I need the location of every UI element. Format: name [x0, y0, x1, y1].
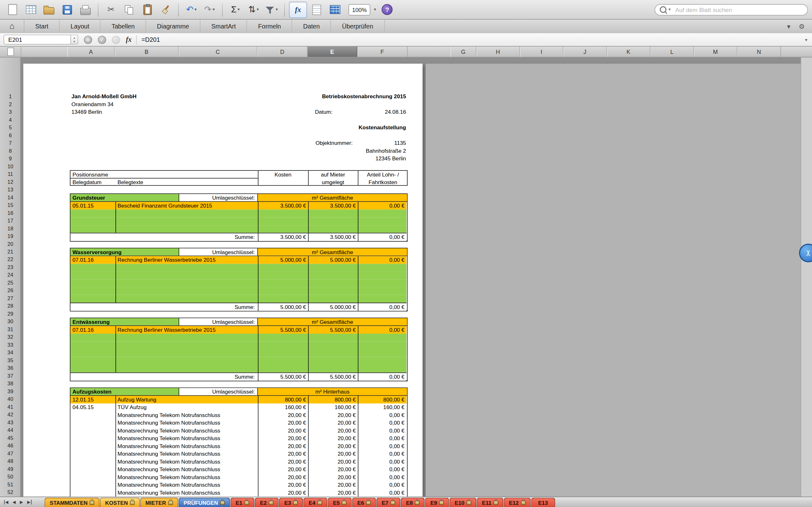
cell-belegtext[interactable] [115, 287, 258, 295]
summe-umgelegt-cell[interactable]: 5.500,00 € [308, 373, 358, 381]
cell-belegdatum[interactable] [70, 473, 115, 481]
row-header-35[interactable]: 35 [0, 356, 20, 364]
cell-company-name[interactable]: Jan Arnold-Moßell GmbH [71, 93, 136, 100]
row-header-47[interactable]: 47 [0, 450, 20, 457]
cell-belegtext[interactable] [115, 342, 258, 349]
cell-belegdatum[interactable] [70, 427, 115, 435]
row-header-6[interactable]: 6 [0, 131, 20, 139]
insert-function-button[interactable] [112, 36, 120, 44]
help-button[interactable]: ? [379, 2, 396, 17]
cell-belegtext[interactable]: Monatsrechnung Telekom Notrufanschluss [115, 442, 258, 450]
summe-anteil-cell[interactable]: 0,00 € [358, 373, 406, 381]
cell-anteil[interactable] [358, 342, 406, 349]
cell-object-label[interactable]: Objektnummer: [316, 139, 353, 147]
cell-kosten[interactable] [258, 295, 308, 302]
cell-anteil[interactable]: 0,00 € [358, 473, 406, 481]
new-workbook-button[interactable] [4, 2, 21, 17]
summe-kosten-cell[interactable]: 5.000,00 € [258, 303, 308, 311]
cell-belegdatum[interactable] [70, 411, 115, 419]
stammdaten[interactable]: STAMMDATEN [44, 498, 99, 507]
cell-umgelegt[interactable]: 20,00 € [308, 465, 358, 473]
cell-belegtext[interactable] [115, 225, 258, 233]
mieter[interactable]: MIETER [140, 498, 178, 507]
row-header-44[interactable]: 44 [0, 426, 20, 434]
row-header-1[interactable]: 1 [0, 93, 20, 100]
cell-object-street[interactable]: Bahnhofstraße 2 [366, 147, 406, 155]
cell-anteil[interactable] [358, 334, 406, 341]
row-header-26[interactable]: 26 [0, 286, 20, 294]
cell-date-label[interactable]: Datum: [315, 108, 333, 116]
cell-umgelegt[interactable]: 20,00 € [308, 450, 358, 458]
row-header-29[interactable]: 29 [0, 310, 20, 318]
e3[interactable]: E3 [279, 498, 303, 507]
row-header-5[interactable]: 5 [0, 124, 20, 131]
column-header-L[interactable]: L [651, 47, 694, 57]
cell-kosten[interactable]: 5.000,00 € [258, 256, 308, 264]
collapse-ribbon-icon[interactable]: ▾ [787, 22, 791, 30]
row-header-42[interactable]: 42 [0, 411, 20, 418]
cell-object-number[interactable]: 1135 [394, 139, 406, 147]
cell-anteil[interactable]: 0,00 € [358, 435, 406, 442]
cell-belegtext[interactable]: TÜV Aufzug [115, 403, 258, 411]
cell-kosten[interactable]: 20,00 € [258, 450, 308, 458]
cell-kosten[interactable] [258, 279, 308, 287]
cut-button[interactable]: ✂ [102, 2, 119, 17]
cell-belegtext[interactable] [115, 279, 258, 287]
row-header-20[interactable]: 20 [0, 240, 20, 248]
section-name-cell[interactable]: Grundsteuer [70, 194, 179, 201]
row-header-33[interactable]: 33 [0, 341, 20, 349]
cell-kosten[interactable]: 20,00 € [258, 442, 308, 450]
fx-label[interactable]: fx [126, 36, 132, 44]
cell-anteil[interactable]: 160,00 € [358, 403, 406, 411]
cell-belegtext[interactable] [115, 272, 258, 279]
row-header-36[interactable]: 36 [0, 364, 20, 372]
summe-label-cell[interactable]: Summe: [70, 233, 258, 241]
row-header-23[interactable]: 23 [0, 263, 20, 271]
header-belegtexte[interactable]: Belegtexte [118, 178, 143, 186]
header-kosten[interactable]: Kosten [258, 171, 308, 178]
cell-kosten[interactable]: 800,00 € [258, 396, 308, 403]
copy-button[interactable] [120, 2, 138, 17]
cell-belegtext[interactable]: Monatsrechnung Telekom Notrufanschluss [115, 411, 258, 419]
cell-company-street[interactable]: Oraniendamm 34 [71, 101, 113, 108]
cell-anteil[interactable] [358, 349, 406, 357]
cell-umgelegt[interactable]: 20,00 € [308, 419, 358, 427]
name-box[interactable]: E201 [3, 35, 71, 44]
row-header-30[interactable]: 30 [0, 318, 20, 325]
row-header-28[interactable]: 28 [0, 302, 20, 309]
cell-kosten[interactable] [258, 357, 308, 365]
cell-umgelegt[interactable] [308, 225, 358, 233]
cell-anteil[interactable]: 0,00 € [358, 326, 406, 334]
cell-subtitle[interactable]: Kostenaufstellung [358, 124, 406, 131]
umlage-label-cell[interactable]: Umlageschlüssel: [179, 194, 258, 201]
ribbon-tab-smartart[interactable]: SmartArt [200, 20, 247, 33]
cell-belegdatum[interactable] [70, 489, 115, 497]
print-button[interactable] [77, 2, 94, 17]
column-header-G[interactable]: G [450, 47, 476, 57]
cell-anteil[interactable]: 800,00 € [358, 396, 406, 403]
template-gallery-button[interactable] [22, 2, 39, 17]
cell-kosten[interactable]: 3.500,00 € [258, 202, 308, 210]
row-header-19[interactable]: 19 [0, 232, 20, 240]
umlage-key-cell[interactable]: m² Gesamtfläche [258, 194, 407, 201]
cell-umgelegt[interactable]: 5.500,00 € [308, 326, 358, 334]
cell-umgelegt[interactable] [308, 349, 358, 357]
e2[interactable]: E2 [255, 498, 278, 507]
row-header-39[interactable]: 39 [0, 388, 20, 395]
search-box[interactable]: ▾ [655, 4, 808, 15]
row-header-27[interactable]: 27 [0, 294, 20, 302]
cell-doc-title[interactable]: Betriebskostenabrechnung 2015 [322, 93, 406, 100]
summe-umgelegt-cell[interactable]: 5.000,00 € [308, 303, 358, 311]
cell-umgelegt[interactable]: 20,00 € [308, 427, 358, 435]
cell-belegtext[interactable] [115, 217, 258, 225]
ribbon-tab-start[interactable]: Start [24, 20, 60, 33]
cell-umgelegt[interactable] [308, 295, 358, 302]
cell-belegdatum[interactable] [70, 342, 115, 349]
search-scope-dropdown-icon[interactable]: ▾ [669, 7, 671, 12]
cell-kosten[interactable]: 20,00 € [258, 419, 308, 427]
cell-belegtext[interactable]: Rechnung Berliner Wasserbetriebe 2015 [115, 256, 258, 264]
open-button[interactable] [40, 2, 57, 17]
cell-kosten[interactable] [258, 272, 308, 279]
e10[interactable]: E10 [450, 498, 476, 507]
column-header-K[interactable]: K [607, 47, 650, 57]
